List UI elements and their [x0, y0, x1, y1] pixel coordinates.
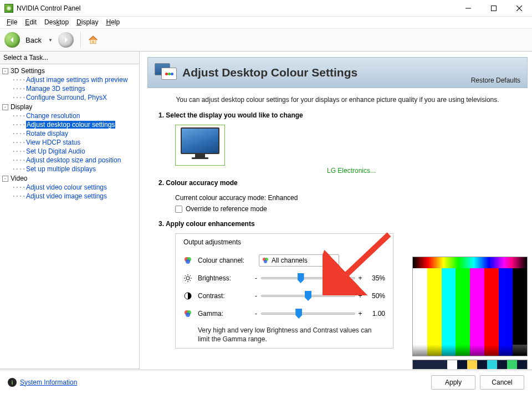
tree-group-video[interactable]: -Video: [2, 174, 139, 183]
contrast-icon: [183, 291, 192, 300]
task-tree: -3D Settings····Adjust image settings wi…: [0, 64, 139, 369]
chevron-down-icon: ⌄: [331, 258, 335, 263]
plus-icon: +: [357, 292, 363, 300]
page-subtitle: You can adjust desktop colour settings f…: [147, 88, 528, 111]
window-title: NVIDIA Control Panel: [17, 4, 456, 12]
back-label: Back: [25, 36, 42, 44]
plus-icon: +: [357, 310, 363, 318]
colour-preview-2: [412, 360, 528, 369]
svg-point-7: [186, 277, 190, 280]
tree-item-label: Set Up Digital Audio: [26, 147, 85, 155]
tree-item[interactable]: ····Set Up Digital Audio: [11, 147, 139, 156]
tree-item[interactable]: ····Change resolution: [11, 111, 139, 120]
content-pane: Adjust Desktop Colour Settings Restore D…: [140, 52, 532, 369]
menu-edit[interactable]: Edit: [22, 17, 40, 27]
minus-icon: -: [253, 310, 259, 318]
header-icon: [155, 63, 177, 82]
tree-item[interactable]: ····Configure Surround, PhysX: [11, 93, 139, 102]
system-information-link[interactable]: System Information: [20, 378, 77, 386]
restore-defaults-link[interactable]: Restore Defaults: [471, 76, 520, 84]
tree-group-label: Display: [11, 103, 32, 111]
tree-item[interactable]: ····Adjust desktop size and position: [11, 156, 139, 165]
svg-point-3: [186, 259, 190, 264]
tree-item-label: Adjust desktop colour settings: [26, 121, 115, 129]
menubar: File Edit Desktop Display Help: [0, 17, 532, 28]
toolbar-divider: [80, 32, 81, 48]
tree-item-label: Configure Surround, PhysX: [26, 94, 107, 101]
display-name: LG Electronics...: [175, 167, 528, 175]
menu-help[interactable]: Help: [103, 17, 123, 27]
tree-item[interactable]: ····Rotate display: [11, 129, 139, 138]
enhancements-panel: Output adjustments Colour channel: All c…: [175, 233, 393, 349]
colour-channel-select[interactable]: All channels ⌄: [259, 254, 339, 267]
page-title: Adjust Desktop Colour Settings: [182, 66, 357, 79]
info-icon: i: [8, 378, 17, 387]
svg-rect-0: [492, 6, 497, 11]
collapse-icon[interactable]: -: [2, 68, 8, 74]
colour-channel-label: Colour channel:: [198, 257, 253, 264]
menu-display[interactable]: Display: [73, 17, 101, 27]
home-icon[interactable]: [88, 34, 99, 45]
colour-preview: [412, 257, 528, 356]
tree-item[interactable]: ····Manage 3D settings: [11, 84, 139, 93]
tree-item[interactable]: ····Adjust video image settings: [11, 192, 139, 201]
display-thumbnail[interactable]: [175, 125, 225, 166]
override-checkbox[interactable]: [175, 206, 182, 213]
step3-heading: 3. Apply colour enhancements: [158, 220, 528, 228]
contrast-label: Contrast:: [198, 292, 253, 300]
toolbar: Back ▼: [0, 28, 532, 52]
tree-item[interactable]: ····Adjust video colour settings: [11, 183, 139, 192]
back-history-dropdown[interactable]: ▼: [46, 38, 55, 43]
svg-point-6: [264, 260, 267, 263]
tree-item[interactable]: ····Adjust image settings with preview: [11, 75, 139, 84]
brightness-slider[interactable]: [261, 277, 355, 279]
maximize-button[interactable]: [481, 0, 507, 16]
tree-item-label: Rotate display: [26, 130, 68, 137]
tree-item-label: Adjust desktop size and position: [26, 156, 121, 164]
tree-group-label: 3D Settings: [11, 67, 45, 75]
back-button[interactable]: [4, 32, 20, 48]
tree-item[interactable]: ····Set up multiple displays: [11, 165, 139, 173]
tree-group-display[interactable]: -Display: [2, 103, 139, 111]
contrast-slider[interactable]: [261, 295, 355, 297]
bottombar: i System Information Apply Cancel: [0, 370, 532, 394]
tree-item[interactable]: ····View HDCP status: [11, 138, 139, 147]
colour-channel-value: All channels: [272, 257, 308, 264]
close-button[interactable]: [507, 0, 532, 16]
content-header: Adjust Desktop Colour Settings Restore D…: [147, 57, 528, 88]
app-icon: [4, 4, 13, 13]
minus-icon: -: [253, 292, 259, 300]
titlebar: NVIDIA Control Panel: [0, 0, 532, 17]
brightness-value: 35%: [363, 274, 385, 282]
gamma-label: Gamma:: [198, 310, 253, 318]
minimize-button[interactable]: [456, 0, 481, 16]
gamma-icon: [183, 309, 192, 318]
tree-group-3d-settings[interactable]: -3D Settings: [2, 66, 139, 75]
contrast-value: 50%: [363, 292, 385, 300]
tree-item-label: Manage 3D settings: [26, 85, 85, 93]
brightness-icon: [183, 274, 192, 283]
menu-file[interactable]: File: [3, 17, 21, 27]
tree-item-label: Adjust video colour settings: [26, 183, 107, 191]
tree-item-label: Adjust image settings with preview: [26, 76, 127, 84]
enhancement-note: Very high and very low Brightness and Co…: [198, 326, 385, 344]
sidebar: Select a Task... -3D Settings····Adjust …: [0, 52, 140, 369]
tree-item[interactable]: ····Adjust desktop colour settings: [11, 120, 139, 129]
gamma-slider[interactable]: [261, 313, 355, 315]
menu-desktop[interactable]: Desktop: [41, 17, 72, 27]
collapse-icon[interactable]: -: [2, 104, 8, 110]
tree-item-label: Change resolution: [26, 112, 80, 120]
tree-item-label: Adjust video image settings: [26, 192, 107, 200]
current-mode-label: Current colour accuracy mode: Enhanced: [175, 192, 528, 203]
rgb-icon: [183, 256, 192, 265]
tree-item-label: View HDCP status: [26, 139, 80, 146]
gamma-value: 1.00: [363, 310, 385, 318]
svg-point-11: [186, 313, 190, 317]
brightness-label: Brightness:: [198, 274, 253, 282]
cancel-button[interactable]: Cancel: [480, 375, 524, 390]
forward-button[interactable]: [58, 32, 74, 48]
apply-button[interactable]: Apply: [431, 375, 475, 390]
step1-heading: 1. Select the display you would like to …: [158, 111, 528, 119]
collapse-icon[interactable]: -: [2, 176, 8, 182]
override-label: Override to reference mode: [186, 205, 267, 213]
